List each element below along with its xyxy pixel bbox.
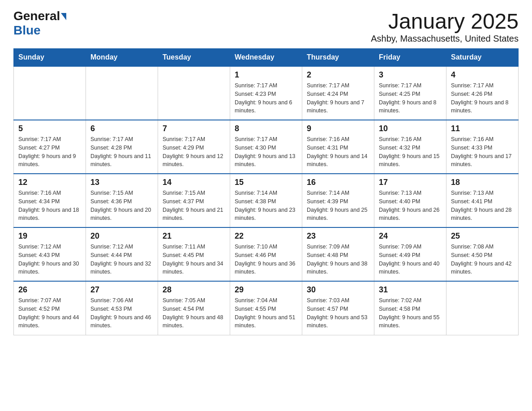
calendar-day-cell: 16Sunrise: 7:14 AM Sunset: 4:39 PM Dayli… xyxy=(302,174,374,227)
day-info: Sunrise: 7:12 AM Sunset: 4:43 PM Dayligh… xyxy=(18,243,81,276)
logo-general-text: General xyxy=(13,9,60,23)
calendar-day-cell: 13Sunrise: 7:15 AM Sunset: 4:36 PM Dayli… xyxy=(86,174,158,227)
day-info: Sunrise: 7:17 AM Sunset: 4:27 PM Dayligh… xyxy=(18,135,81,169)
calendar-day-cell: 3Sunrise: 7:17 AM Sunset: 4:25 PM Daylig… xyxy=(374,66,446,120)
calendar-day-cell xyxy=(86,66,158,120)
calendar-day-cell: 29Sunrise: 7:04 AM Sunset: 4:55 PM Dayli… xyxy=(230,281,302,335)
day-of-week-header: Wednesday xyxy=(230,49,302,67)
day-info: Sunrise: 7:03 AM Sunset: 4:57 PM Dayligh… xyxy=(307,296,369,330)
calendar-week-row: 26Sunrise: 7:07 AM Sunset: 4:52 PM Dayli… xyxy=(14,281,519,335)
calendar-day-cell: 14Sunrise: 7:15 AM Sunset: 4:37 PM Dayli… xyxy=(158,174,230,227)
day-number: 14 xyxy=(163,178,225,187)
day-info: Sunrise: 7:17 AM Sunset: 4:26 PM Dayligh… xyxy=(451,81,514,115)
calendar-day-cell xyxy=(14,66,86,120)
day-info: Sunrise: 7:17 AM Sunset: 4:24 PM Dayligh… xyxy=(307,81,369,115)
calendar-day-cell: 12Sunrise: 7:16 AM Sunset: 4:34 PM Dayli… xyxy=(14,174,86,227)
day-info: Sunrise: 7:17 AM Sunset: 4:23 PM Dayligh… xyxy=(235,81,297,115)
calendar-week-row: 12Sunrise: 7:16 AM Sunset: 4:34 PM Dayli… xyxy=(14,174,519,227)
calendar-day-cell: 25Sunrise: 7:08 AM Sunset: 4:50 PM Dayli… xyxy=(446,227,519,281)
day-number: 6 xyxy=(90,124,153,133)
calendar-day-cell: 7Sunrise: 7:17 AM Sunset: 4:29 PM Daylig… xyxy=(158,120,230,174)
day-number: 25 xyxy=(451,231,514,241)
day-of-week-header: Tuesday xyxy=(158,49,230,67)
calendar-day-cell: 23Sunrise: 7:09 AM Sunset: 4:48 PM Dayli… xyxy=(302,227,374,281)
day-number: 13 xyxy=(90,178,153,187)
day-number: 16 xyxy=(307,178,369,187)
calendar-week-row: 1Sunrise: 7:17 AM Sunset: 4:23 PM Daylig… xyxy=(14,66,519,120)
calendar-day-cell: 28Sunrise: 7:05 AM Sunset: 4:54 PM Dayli… xyxy=(158,281,230,335)
logo-blue-text: Blue xyxy=(13,23,41,38)
calendar-day-cell: 19Sunrise: 7:12 AM Sunset: 4:43 PM Dayli… xyxy=(14,227,86,281)
day-number: 29 xyxy=(235,285,297,295)
day-number: 26 xyxy=(18,285,81,295)
day-of-week-header: Thursday xyxy=(302,49,374,67)
day-number: 22 xyxy=(235,231,297,241)
calendar-day-cell: 5Sunrise: 7:17 AM Sunset: 4:27 PM Daylig… xyxy=(14,120,86,174)
day-info: Sunrise: 7:07 AM Sunset: 4:52 PM Dayligh… xyxy=(18,296,81,330)
day-number: 15 xyxy=(235,178,297,187)
day-number: 24 xyxy=(379,231,442,241)
day-info: Sunrise: 7:16 AM Sunset: 4:32 PM Dayligh… xyxy=(379,135,442,169)
logo-arrow-icon xyxy=(61,13,66,20)
day-number: 27 xyxy=(90,285,153,295)
day-number: 19 xyxy=(18,231,81,241)
calendar-day-cell: 8Sunrise: 7:17 AM Sunset: 4:30 PM Daylig… xyxy=(230,120,302,174)
day-info: Sunrise: 7:17 AM Sunset: 4:30 PM Dayligh… xyxy=(235,135,297,169)
day-number: 4 xyxy=(451,70,514,80)
calendar-day-cell: 30Sunrise: 7:03 AM Sunset: 4:57 PM Dayli… xyxy=(302,281,374,335)
calendar-week-row: 19Sunrise: 7:12 AM Sunset: 4:43 PM Dayli… xyxy=(14,227,519,281)
page-header: General Blue January 2025 Ashby, Massach… xyxy=(13,9,519,44)
calendar-day-cell: 2Sunrise: 7:17 AM Sunset: 4:24 PM Daylig… xyxy=(302,66,374,120)
days-of-week-row: SundayMondayTuesdayWednesdayThursdayFrid… xyxy=(14,49,519,67)
month-title: January 2025 xyxy=(371,9,519,34)
day-info: Sunrise: 7:06 AM Sunset: 4:53 PM Dayligh… xyxy=(90,296,153,330)
day-info: Sunrise: 7:05 AM Sunset: 4:54 PM Dayligh… xyxy=(163,296,225,330)
day-info: Sunrise: 7:12 AM Sunset: 4:44 PM Dayligh… xyxy=(90,243,153,276)
day-info: Sunrise: 7:17 AM Sunset: 4:29 PM Dayligh… xyxy=(163,135,225,169)
day-info: Sunrise: 7:13 AM Sunset: 4:41 PM Dayligh… xyxy=(451,189,514,223)
day-number: 20 xyxy=(90,231,153,241)
location-subtitle: Ashby, Massachusetts, United States xyxy=(371,34,519,44)
day-of-week-header: Sunday xyxy=(14,49,86,67)
day-number: 12 xyxy=(18,178,81,187)
day-number: 1 xyxy=(235,70,297,80)
day-number: 23 xyxy=(307,231,369,241)
day-info: Sunrise: 7:16 AM Sunset: 4:34 PM Dayligh… xyxy=(18,189,81,223)
calendar-day-cell: 31Sunrise: 7:02 AM Sunset: 4:58 PM Dayli… xyxy=(374,281,446,335)
day-info: Sunrise: 7:08 AM Sunset: 4:50 PM Dayligh… xyxy=(451,243,514,276)
day-number: 7 xyxy=(163,124,225,133)
day-info: Sunrise: 7:16 AM Sunset: 4:33 PM Dayligh… xyxy=(451,135,514,169)
day-number: 18 xyxy=(451,178,514,187)
day-number: 28 xyxy=(163,285,225,295)
day-of-week-header: Saturday xyxy=(446,49,519,67)
day-info: Sunrise: 7:17 AM Sunset: 4:25 PM Dayligh… xyxy=(379,81,442,115)
calendar-day-cell: 9Sunrise: 7:16 AM Sunset: 4:31 PM Daylig… xyxy=(302,120,374,174)
day-info: Sunrise: 7:11 AM Sunset: 4:45 PM Dayligh… xyxy=(163,243,225,276)
calendar-day-cell: 4Sunrise: 7:17 AM Sunset: 4:26 PM Daylig… xyxy=(446,66,519,120)
logo: General Blue xyxy=(13,9,66,38)
calendar-week-row: 5Sunrise: 7:17 AM Sunset: 4:27 PM Daylig… xyxy=(14,120,519,174)
calendar-day-cell: 22Sunrise: 7:10 AM Sunset: 4:46 PM Dayli… xyxy=(230,227,302,281)
day-number: 17 xyxy=(379,178,442,187)
calendar-table: SundayMondayTuesdayWednesdayThursdayFrid… xyxy=(13,48,519,335)
calendar-day-cell xyxy=(446,281,519,335)
day-number: 10 xyxy=(379,124,442,133)
day-number: 31 xyxy=(379,285,442,295)
title-area: January 2025 Ashby, Massachusetts, Unite… xyxy=(371,9,519,44)
calendar-day-cell: 26Sunrise: 7:07 AM Sunset: 4:52 PM Dayli… xyxy=(14,281,86,335)
day-number: 3 xyxy=(379,70,442,80)
day-number: 21 xyxy=(163,231,225,241)
calendar-day-cell: 17Sunrise: 7:13 AM Sunset: 4:40 PM Dayli… xyxy=(374,174,446,227)
calendar-day-cell: 6Sunrise: 7:17 AM Sunset: 4:28 PM Daylig… xyxy=(86,120,158,174)
day-info: Sunrise: 7:09 AM Sunset: 4:49 PM Dayligh… xyxy=(379,243,442,276)
calendar-day-cell: 21Sunrise: 7:11 AM Sunset: 4:45 PM Dayli… xyxy=(158,227,230,281)
day-number: 2 xyxy=(307,70,369,80)
day-info: Sunrise: 7:02 AM Sunset: 4:58 PM Dayligh… xyxy=(379,296,442,330)
day-info: Sunrise: 7:16 AM Sunset: 4:31 PM Dayligh… xyxy=(307,135,369,169)
calendar-day-cell: 24Sunrise: 7:09 AM Sunset: 4:49 PM Dayli… xyxy=(374,227,446,281)
day-info: Sunrise: 7:15 AM Sunset: 4:36 PM Dayligh… xyxy=(90,189,153,223)
calendar-day-cell: 1Sunrise: 7:17 AM Sunset: 4:23 PM Daylig… xyxy=(230,66,302,120)
calendar-day-cell: 10Sunrise: 7:16 AM Sunset: 4:32 PM Dayli… xyxy=(374,120,446,174)
day-number: 8 xyxy=(235,124,297,133)
day-info: Sunrise: 7:04 AM Sunset: 4:55 PM Dayligh… xyxy=(235,296,297,330)
